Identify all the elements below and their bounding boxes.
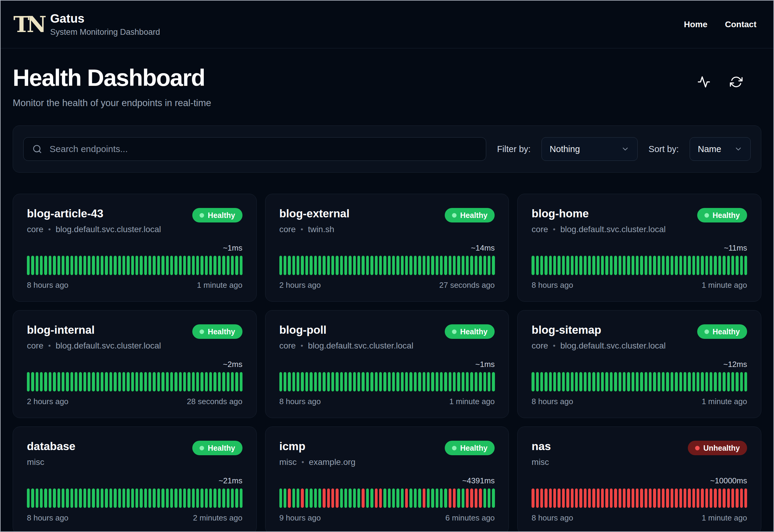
uptime-bar[interactable] xyxy=(540,488,543,508)
uptime-bar[interactable] xyxy=(192,372,195,391)
uptime-bar[interactable] xyxy=(362,488,364,508)
uptime-bar[interactable] xyxy=(366,372,369,391)
uptime-bar[interactable] xyxy=(375,372,378,391)
uptime-bar[interactable] xyxy=(70,256,73,275)
uptime-bar[interactable] xyxy=(170,372,173,391)
endpoint-card[interactable]: blog-home core • blog.default.svc.cluste… xyxy=(517,194,761,302)
uptime-bar[interactable] xyxy=(148,488,151,508)
uptime-bar[interactable] xyxy=(209,488,212,508)
uptime-bar[interactable] xyxy=(383,488,386,508)
uptime-bar[interactable] xyxy=(83,488,86,508)
uptime-bar[interactable] xyxy=(170,256,173,275)
uptime-bar[interactable] xyxy=(88,372,90,391)
uptime-bar[interactable] xyxy=(31,256,34,275)
uptime-bar[interactable] xyxy=(466,372,469,391)
uptime-bar[interactable] xyxy=(553,372,556,391)
uptime-bar[interactable] xyxy=(144,372,147,391)
uptime-bar[interactable] xyxy=(649,488,652,508)
uptime-bar[interactable] xyxy=(723,256,725,275)
uptime-bar[interactable] xyxy=(575,256,578,275)
endpoint-card[interactable]: blog-article-43 core • blog.default.svc.… xyxy=(13,194,257,302)
uptime-bar[interactable] xyxy=(96,372,99,391)
uptime-bar[interactable] xyxy=(131,256,134,275)
uptime-bar[interactable] xyxy=(545,256,547,275)
uptime-bar[interactable] xyxy=(44,372,47,391)
endpoint-card[interactable]: blog-internal core • blog.default.svc.cl… xyxy=(13,310,257,418)
uptime-bar[interactable] xyxy=(196,372,199,391)
uptime-bar[interactable] xyxy=(109,256,112,275)
uptime-bar[interactable] xyxy=(605,488,608,508)
uptime-bar[interactable] xyxy=(584,256,587,275)
uptime-bar[interactable] xyxy=(240,372,242,391)
uptime-bar[interactable] xyxy=(470,372,473,391)
uptime-bar[interactable] xyxy=(196,256,199,275)
uptime-bar[interactable] xyxy=(540,256,543,275)
uptime-bar[interactable] xyxy=(566,372,569,391)
uptime-bar[interactable] xyxy=(423,372,425,391)
uptime-bar[interactable] xyxy=(610,488,613,508)
uptime-bar[interactable] xyxy=(57,488,60,508)
uptime-bar[interactable] xyxy=(545,488,547,508)
uptime-bar[interactable] xyxy=(414,488,417,508)
uptime-bar[interactable] xyxy=(153,256,155,275)
uptime-bar[interactable] xyxy=(553,488,556,508)
uptime-bar[interactable] xyxy=(675,488,678,508)
uptime-bar[interactable] xyxy=(114,372,116,391)
uptime-bar[interactable] xyxy=(475,372,477,391)
uptime-bar[interactable] xyxy=(213,256,216,275)
uptime-bar[interactable] xyxy=(740,256,743,275)
uptime-bar[interactable] xyxy=(114,256,116,275)
uptime-bar[interactable] xyxy=(597,488,600,508)
uptime-bar[interactable] xyxy=(305,488,308,508)
uptime-bar[interactable] xyxy=(370,488,373,508)
uptime-bar[interactable] xyxy=(449,372,451,391)
uptime-bar[interactable] xyxy=(492,488,495,508)
uptime-bar[interactable] xyxy=(740,488,743,508)
uptime-bar[interactable] xyxy=(457,488,460,508)
uptime-bar[interactable] xyxy=(105,488,108,508)
uptime-bar[interactable] xyxy=(483,372,486,391)
uptime-bar[interactable] xyxy=(336,488,338,508)
uptime-bar[interactable] xyxy=(40,488,43,508)
uptime-bar[interactable] xyxy=(292,372,295,391)
uptime-bar[interactable] xyxy=(366,488,369,508)
uptime-bar[interactable] xyxy=(614,372,617,391)
uptime-bar[interactable] xyxy=(53,256,56,275)
uptime-bar[interactable] xyxy=(727,256,730,275)
uptime-bar[interactable] xyxy=(723,488,725,508)
uptime-bar[interactable] xyxy=(200,256,203,275)
uptime-bar[interactable] xyxy=(192,488,195,508)
uptime-bar[interactable] xyxy=(553,256,556,275)
uptime-bar[interactable] xyxy=(70,372,73,391)
uptime-bar[interactable] xyxy=(127,256,129,275)
uptime-bar[interactable] xyxy=(483,488,486,508)
uptime-bar[interactable] xyxy=(619,488,621,508)
uptime-bar[interactable] xyxy=(122,256,125,275)
uptime-bar[interactable] xyxy=(166,256,169,275)
uptime-bar[interactable] xyxy=(205,372,208,391)
uptime-bar[interactable] xyxy=(640,256,643,275)
uptime-bar[interactable] xyxy=(627,372,630,391)
uptime-bar[interactable] xyxy=(623,488,626,508)
uptime-bar[interactable] xyxy=(179,256,182,275)
uptime-bar[interactable] xyxy=(666,372,669,391)
uptime-bar[interactable] xyxy=(240,488,242,508)
uptime-bar[interactable] xyxy=(388,256,391,275)
uptime-bar[interactable] xyxy=(423,488,425,508)
uptime-bar[interactable] xyxy=(187,256,190,275)
uptime-bar[interactable] xyxy=(379,488,382,508)
uptime-bar[interactable] xyxy=(662,488,665,508)
uptime-bar[interactable] xyxy=(127,488,129,508)
uptime-bar[interactable] xyxy=(353,256,356,275)
uptime-bar[interactable] xyxy=(183,256,186,275)
uptime-bar[interactable] xyxy=(601,372,604,391)
uptime-bar[interactable] xyxy=(579,488,582,508)
endpoint-card[interactable]: nas misc Unhealthy ~10000ms 8 hours ago … xyxy=(517,427,761,532)
uptime-bar[interactable] xyxy=(62,372,64,391)
uptime-bar[interactable] xyxy=(688,488,691,508)
filter-select[interactable]: Nothing xyxy=(541,137,638,161)
uptime-bar[interactable] xyxy=(161,372,164,391)
uptime-bar[interactable] xyxy=(192,256,195,275)
uptime-bar[interactable] xyxy=(357,488,360,508)
uptime-bar[interactable] xyxy=(562,488,565,508)
